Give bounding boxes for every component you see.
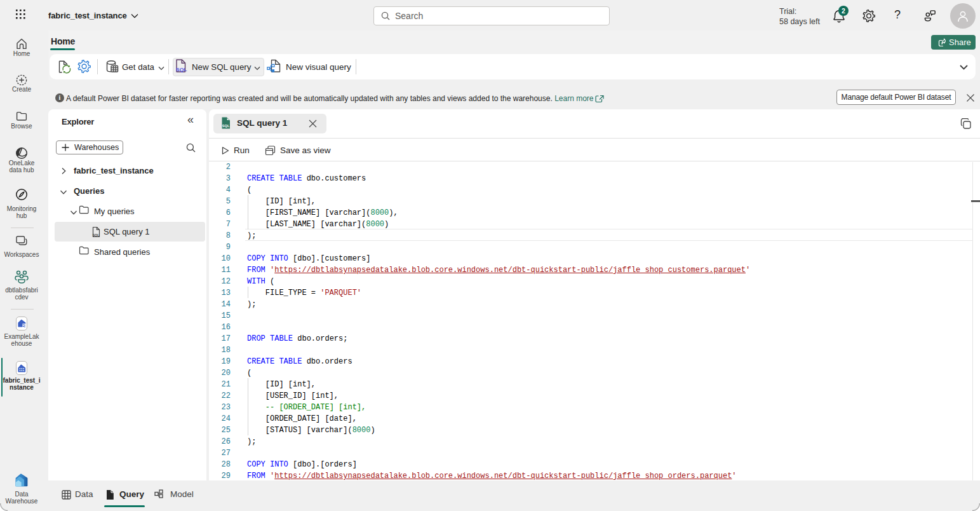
svg-text:SQL: SQL xyxy=(176,67,187,72)
svg-text:SQL: SQL xyxy=(222,124,230,128)
svg-text:SQL: SQL xyxy=(93,233,100,237)
